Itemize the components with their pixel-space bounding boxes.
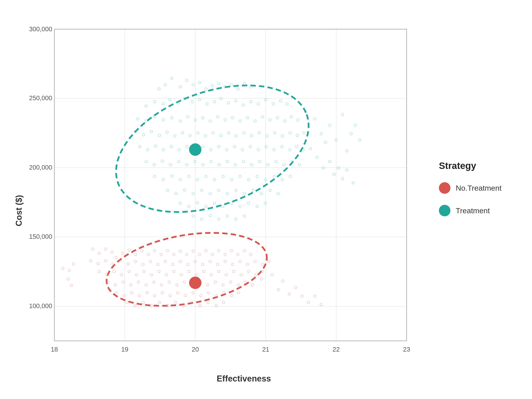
svg-text:19: 19 [121,346,128,353]
legend-label-no-treatment: No.Treatment [456,184,502,192]
svg-text:23: 23 [403,346,410,353]
svg-text:22: 22 [333,346,340,353]
y-axis-label: Cost ($) [11,11,27,388]
svg-text:200,000: 200,000 [29,164,52,171]
chart-svg: 300,000 250,000 200,000 150,000 100,000 … [27,11,432,372]
svg-text:300,000: 300,000 [29,25,52,32]
legend: Strategy No.Treatment Treatment [432,160,521,239]
legend-color-treatment [439,205,450,216]
x-axis-label: Effectiveness [27,372,432,388]
svg-text:150,000: 150,000 [29,233,52,240]
svg-text:20: 20 [192,346,199,353]
legend-label-treatment: Treatment [456,206,490,215]
legend-item-treatment: Treatment [439,205,490,216]
legend-title: Strategy [439,160,476,171]
no-treatment-center-dot [189,277,201,289]
svg-text:18: 18 [51,346,58,353]
plot-area: 300,000 250,000 200,000 150,000 100,000 … [27,11,432,372]
chart-container: Cost ($) [0,0,532,399]
chart-wrapper: Cost ($) [11,11,521,388]
svg-rect-1 [54,29,406,341]
svg-text:250,000: 250,000 [29,95,52,101]
svg-text:100,000: 100,000 [29,302,52,310]
legend-item-no-treatment: No.Treatment [439,182,502,194]
treatment-center-dot [189,144,201,156]
svg-text:21: 21 [262,346,269,353]
legend-color-no-treatment [439,182,450,194]
